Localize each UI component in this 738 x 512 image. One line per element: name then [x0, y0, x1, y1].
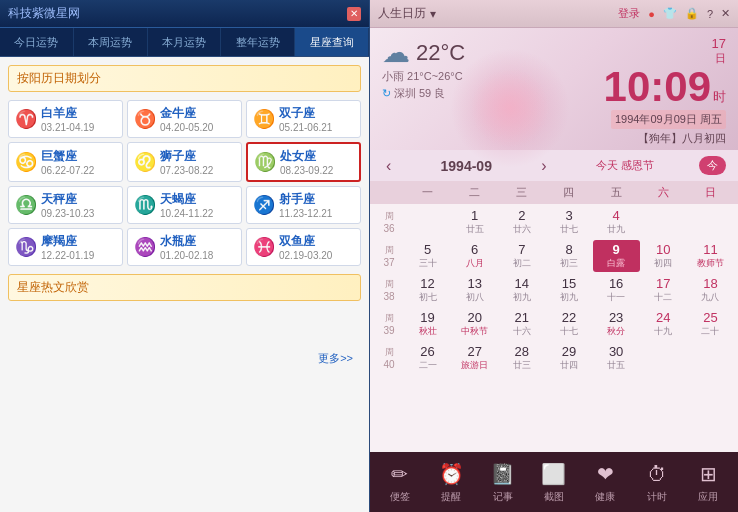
zodiac-aries[interactable]: ♈ 白羊座 03.21-04.19	[8, 100, 123, 138]
location-aqi: ↻ 深圳 59 良	[382, 86, 465, 101]
libra-name: 天秤座	[41, 191, 94, 208]
cal-day-empty-1	[404, 206, 451, 238]
cal-day-13[interactable]: 13初八	[451, 274, 498, 306]
cal-day-1[interactable]: 1廿五	[451, 206, 498, 238]
tab-weekly-fortune[interactable]: 本周运势	[74, 28, 148, 56]
toolbar-note[interactable]: ✏ 便签	[380, 456, 420, 508]
prev-month-button[interactable]: ‹	[382, 157, 395, 175]
aquarius-date: 01.20-02.18	[160, 250, 213, 261]
right-header: 人生日历 ▾ 登录 ● 👕 🔒 ? ✕	[370, 0, 738, 28]
note-label: 便签	[390, 490, 410, 504]
cal-day-11[interactable]: 11教师节	[687, 240, 734, 272]
sagittarius-symbol: ♐	[253, 196, 275, 214]
close-button-right[interactable]: ✕	[721, 7, 730, 20]
cal-day-17[interactable]: 17十二	[640, 274, 687, 306]
timer-icon: ⏱	[643, 460, 671, 488]
zodiac-taurus[interactable]: ♉ 金牛座 04.20-05.20	[127, 100, 242, 138]
sagittarius-name: 射手座	[279, 191, 332, 208]
leo-symbol: ♌	[134, 153, 156, 171]
weather-condition: 小雨	[382, 70, 404, 82]
cal-day-29[interactable]: 29廿四	[545, 342, 592, 374]
cal-day-3[interactable]: 3廿七	[545, 206, 592, 238]
week-num-40: 周40	[374, 342, 404, 374]
weather-info: ☁ 22°C 小雨 21°C~26°C ↻ 深圳 59 良	[382, 36, 465, 101]
cal-day-30[interactable]: 30廿五	[593, 342, 640, 374]
zodiac-cancer[interactable]: ♋ 巨蟹座 06.22-07.22	[8, 142, 123, 182]
capricorn-name: 摩羯座	[41, 233, 94, 250]
zodiac-scorpio[interactable]: ♏ 天蝎座 10.24-11.22	[127, 186, 242, 224]
left-panel: 科技紫微星网 ✕ 今日运势 本周运势 本月运势 整年运势 星座查询 按阳历日期划…	[0, 0, 370, 512]
aries-name: 白羊座	[41, 105, 94, 122]
gemini-date: 05.21-06.21	[279, 122, 332, 133]
aqi-text: 59 良	[419, 86, 445, 101]
memo-label: 记事	[493, 490, 513, 504]
right-panel: 人生日历 ▾ 登录 ● 👕 🔒 ? ✕ ☁ 22°C 小雨 21°C~26°C	[370, 0, 738, 512]
note-icon: ✏	[386, 460, 414, 488]
weekday-thu: 四	[545, 183, 592, 202]
time-display: 10:09	[604, 66, 711, 108]
today-button[interactable]: 今	[699, 156, 726, 175]
scorpio-symbol: ♏	[134, 196, 156, 214]
aries-date: 03.21-04.19	[41, 122, 94, 133]
zodiac-gemini[interactable]: ♊ 双子座 05.21-06.21	[246, 100, 361, 138]
cal-day-20[interactable]: 20中秋节	[451, 308, 498, 340]
cal-day-26[interactable]: 26二一	[404, 342, 451, 374]
cal-day-empty-end2	[687, 342, 734, 374]
more-link[interactable]: 更多>>	[318, 352, 353, 364]
help-icon[interactable]: ?	[707, 8, 713, 20]
login-label[interactable]: 登录	[618, 6, 640, 21]
cal-day-9-today[interactable]: 9白露	[593, 240, 640, 272]
week-num-header	[374, 183, 404, 202]
zodiac-section-header: 按阳历日期划分	[8, 65, 361, 92]
cancer-symbol: ♋	[15, 153, 37, 171]
cal-day-23[interactable]: 23秋分	[593, 308, 640, 340]
pisces-name: 双鱼座	[279, 233, 332, 250]
cal-day-8[interactable]: 8初三	[545, 240, 592, 272]
aquarius-name: 水瓶座	[160, 233, 213, 250]
memo-icon: 📓	[489, 460, 517, 488]
cal-day-24[interactable]: 24十九	[640, 308, 687, 340]
cal-day-2[interactable]: 2廿六	[498, 206, 545, 238]
zodiac-aquarius[interactable]: ♒ 水瓶座 01.20-02.18	[127, 228, 242, 266]
cal-day-7[interactable]: 7初二	[498, 240, 545, 272]
cal-day-6[interactable]: 6八月	[451, 240, 498, 272]
toolbar-reminder[interactable]: ⏰ 提醒	[431, 456, 471, 508]
zodiac-pisces[interactable]: ♓ 双鱼座 02.19-03.20	[246, 228, 361, 266]
cal-day-25[interactable]: 25二十	[687, 308, 734, 340]
toolbar-memo[interactable]: 📓 记事	[483, 456, 523, 508]
tab-yearly-fortune[interactable]: 整年运势	[221, 28, 295, 56]
article-section-header: 星座热文欣赏	[8, 274, 361, 301]
weather-range: 21°C~26°C	[407, 70, 463, 82]
dropdown-icon[interactable]: ▾	[430, 7, 436, 21]
next-month-button[interactable]: ›	[537, 157, 550, 175]
cal-day-14[interactable]: 14初九	[498, 274, 545, 306]
refresh-icon[interactable]: ↻	[382, 87, 391, 100]
cal-day-27[interactable]: 27旅游日	[451, 342, 498, 374]
tab-zodiac-query[interactable]: 星座查询	[295, 28, 369, 56]
cal-day-4[interactable]: 4廿九	[593, 206, 640, 238]
cal-day-19[interactable]: 19秋壮	[404, 308, 451, 340]
cal-day-18[interactable]: 18九八	[687, 274, 734, 306]
cal-day-21[interactable]: 21十六	[498, 308, 545, 340]
cal-day-10[interactable]: 10初四	[640, 240, 687, 272]
cal-day-22[interactable]: 22十七	[545, 308, 592, 340]
toolbar-timer[interactable]: ⏱ 计时	[637, 456, 677, 508]
toolbar-health[interactable]: ❤ 健康	[585, 456, 625, 508]
title-bar: 科技紫微星网 ✕	[0, 0, 369, 28]
cal-day-15[interactable]: 15初九	[545, 274, 592, 306]
zodiac-capricorn[interactable]: ♑ 摩羯座 12.22-01.19	[8, 228, 123, 266]
leo-name: 狮子座	[160, 148, 213, 165]
close-button[interactable]: ✕	[347, 7, 361, 21]
cal-day-12[interactable]: 12初七	[404, 274, 451, 306]
tab-daily-fortune[interactable]: 今日运势	[0, 28, 74, 56]
cal-day-16[interactable]: 16十一	[593, 274, 640, 306]
cal-day-5[interactable]: 5三十	[404, 240, 451, 272]
toolbar-screenshot[interactable]: ⬜ 截图	[534, 456, 574, 508]
tab-monthly-fortune[interactable]: 本月运势	[148, 28, 222, 56]
zodiac-virgo[interactable]: ♍ 处女座 08.23-09.22	[246, 142, 361, 182]
zodiac-libra[interactable]: ♎ 天秤座 09.23-10.23	[8, 186, 123, 224]
cal-day-28[interactable]: 28廿三	[498, 342, 545, 374]
zodiac-sagittarius[interactable]: ♐ 射手座 11.23-12.21	[246, 186, 361, 224]
toolbar-apps[interactable]: ⊞ 应用	[688, 456, 728, 508]
zodiac-leo[interactable]: ♌ 狮子座 07.23-08.22	[127, 142, 242, 182]
